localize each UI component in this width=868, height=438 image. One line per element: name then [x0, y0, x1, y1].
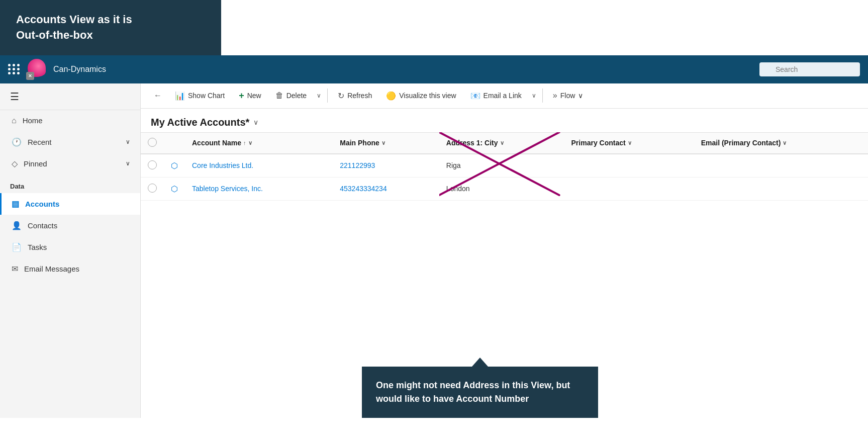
- sidebar-section-data: Data: [0, 174, 140, 193]
- row2-icon-cell: ⬡: [164, 177, 185, 200]
- th-email-primary[interactable]: Email (Primary Contact) ∨: [694, 132, 868, 154]
- th-primary-contact[interactable]: Primary Contact ∨: [564, 132, 694, 154]
- accounts-icon: ▤: [12, 199, 19, 209]
- sidebar-item-accounts[interactable]: ▤ Accounts: [0, 193, 140, 215]
- refresh-button[interactable]: ↻ Refresh: [332, 88, 378, 104]
- visualize-label: Visualize this view: [399, 92, 456, 100]
- chevron-down-icon-pinned: ∨: [126, 160, 130, 167]
- th-address-city[interactable]: Address 1: City ∨: [439, 132, 564, 154]
- refresh-icon: ↻: [338, 91, 344, 101]
- accounts-table: Account Name ↑ ∨ Main Phone ∨: [141, 132, 868, 201]
- row1-account-name[interactable]: Core Industries Ltd.: [185, 154, 333, 178]
- sidebar-label-email-messages: Email Messages: [24, 265, 79, 273]
- delete-chevron[interactable]: ∨: [315, 89, 323, 102]
- email-sort-icon: ∨: [783, 140, 787, 146]
- sidebar-label-pinned: Pinned: [24, 159, 47, 168]
- th-account-name[interactable]: Account Name ↑ ∨: [185, 132, 333, 154]
- row1-check-circle[interactable]: [148, 160, 157, 169]
- row2-account-name[interactable]: Tabletop Services, Inc.: [185, 177, 333, 200]
- app-logo: ✕: [26, 59, 47, 80]
- sidebar-item-home[interactable]: ⌂ Home: [0, 110, 140, 131]
- flow-icon: »: [553, 91, 557, 100]
- row2-city: London: [439, 177, 564, 200]
- email-link-chevron[interactable]: ∨: [530, 89, 538, 102]
- sidebar: ☰ ⌂ Home 🕐 Recent ∨ ◇ Pinned ∨ Data ▤ Ac…: [0, 83, 141, 418]
- primary-contact-label: Primary Contact: [571, 139, 626, 147]
- search-input[interactable]: [759, 62, 860, 76]
- contact-sort-icon: ∨: [628, 140, 632, 146]
- annotation-callout-box: One might not need Address in this View,…: [362, 367, 598, 418]
- annotation-area: Account Name ↑ ∨ Main Phone ∨: [141, 132, 868, 418]
- row2-checkbox[interactable]: [141, 177, 164, 200]
- email-icon: ✉: [12, 264, 18, 274]
- show-chart-button[interactable]: 📊 Show Chart: [169, 88, 231, 104]
- show-chart-label: Show Chart: [188, 92, 225, 100]
- email-primary-label: Email (Primary Contact): [701, 139, 781, 147]
- row2-email: [694, 177, 868, 200]
- sidebar-label-tasks: Tasks: [28, 243, 47, 251]
- sidebar-item-recent[interactable]: 🕐 Recent ∨: [0, 131, 140, 153]
- phone-sort-icon: ∨: [381, 140, 385, 146]
- sidebar-item-contacts[interactable]: 👤 Contacts: [0, 215, 140, 236]
- app-title: Can-Dynamics: [53, 65, 753, 74]
- table-wrapper: Account Name ↑ ∨ Main Phone ∨: [141, 132, 868, 201]
- table-row: ⬡ Core Industries Ltd. 221122993 Riga: [141, 154, 868, 178]
- row1-city: Riga: [439, 154, 564, 178]
- toolbar: ← 📊 Show Chart + New 🗑 Delete ∨ ↻ Refres…: [141, 83, 868, 109]
- chart-icon: 📊: [175, 91, 185, 101]
- pin-icon: ◇: [12, 159, 18, 168]
- trash-icon: 🗑: [275, 91, 283, 100]
- th-checkbox: [141, 132, 164, 154]
- back-button[interactable]: ←: [149, 88, 167, 103]
- main-layout: ☰ ⌂ Home 🕐 Recent ∨ ◇ Pinned ∨ Data ▤ Ac…: [0, 83, 868, 418]
- view-header: My Active Accounts* ∨: [141, 109, 868, 132]
- annotation-text: One might not need Address in this View,…: [376, 380, 570, 404]
- hero-title-line2: Out-of-the-box: [16, 29, 93, 41]
- sidebar-label-accounts: Accounts: [25, 200, 59, 208]
- email-link-icon: 📧: [470, 91, 480, 101]
- email-link-button[interactable]: 📧 Email a Link: [464, 88, 528, 104]
- header-checkbox[interactable]: [148, 138, 157, 147]
- row1-account-link[interactable]: Core Industries Ltd.: [192, 161, 253, 169]
- clock-icon: 🕐: [12, 137, 22, 147]
- chevron-down-icon: ∨: [126, 138, 130, 145]
- row2-phone[interactable]: 453243334234: [333, 177, 439, 200]
- plus-icon: +: [239, 91, 244, 101]
- sort-desc-icon: ∨: [248, 140, 252, 146]
- city-sort-icon: ∨: [500, 140, 504, 146]
- row2-entity-icon: ⬡: [171, 185, 178, 193]
- contacts-icon: 👤: [12, 221, 22, 230]
- sidebar-label-home: Home: [23, 116, 43, 125]
- new-button[interactable]: + New: [233, 87, 267, 104]
- row1-email: [694, 154, 868, 178]
- search-container: 🔍: [759, 62, 860, 76]
- logo-close-badge: ✕: [26, 72, 34, 80]
- row2-check-circle[interactable]: [148, 184, 157, 193]
- sidebar-item-email-messages[interactable]: ✉ Email Messages: [0, 258, 140, 280]
- flow-button[interactable]: » Flow ∨: [547, 88, 589, 103]
- visualize-button[interactable]: 🟡 Visualize this view: [380, 88, 462, 104]
- th-main-phone[interactable]: Main Phone ∨: [333, 132, 439, 154]
- hero-title-line1: Accounts View as it is: [16, 13, 132, 26]
- view-title-chevron[interactable]: ∨: [253, 118, 258, 126]
- apps-grid-icon[interactable]: [8, 64, 20, 74]
- row1-phone[interactable]: 221122993: [333, 154, 439, 178]
- row1-checkbox[interactable]: [141, 154, 164, 178]
- table-header-row: Account Name ↑ ∨ Main Phone ∨: [141, 132, 868, 154]
- sidebar-toggle[interactable]: ☰: [0, 83, 140, 110]
- sidebar-item-pinned[interactable]: ◇ Pinned ∨: [0, 153, 140, 174]
- email-link-label: Email a Link: [484, 92, 522, 100]
- sidebar-item-tasks[interactable]: 📄 Tasks: [0, 236, 140, 258]
- row1-entity-icon: ⬡: [171, 161, 178, 170]
- account-name-label: Account Name: [192, 139, 241, 147]
- row2-account-link[interactable]: Tabletop Services, Inc.: [192, 185, 263, 193]
- sidebar-label-recent: Recent: [28, 138, 52, 146]
- delete-label: Delete: [286, 92, 307, 100]
- hamburger-icon: ☰: [10, 91, 19, 102]
- flow-chevron-icon: ∨: [578, 92, 583, 100]
- tasks-icon: 📄: [12, 242, 22, 252]
- home-icon: ⌂: [12, 116, 17, 125]
- new-label: New: [247, 92, 261, 100]
- delete-button[interactable]: 🗑 Delete: [269, 88, 313, 103]
- refresh-label: Refresh: [347, 92, 372, 100]
